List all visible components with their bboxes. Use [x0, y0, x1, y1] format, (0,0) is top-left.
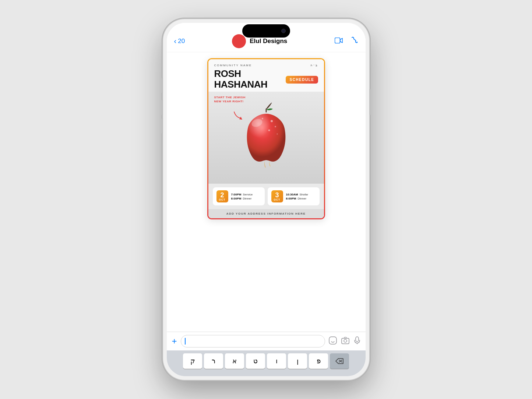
phone-screen: ‹ 20 Elul Designs [167, 23, 366, 376]
microphone-button[interactable] [354, 336, 360, 346]
svg-rect-12 [356, 337, 359, 342]
back-chevron-icon: ‹ [174, 37, 177, 45]
apple-image [233, 97, 299, 178]
key-n[interactable]: ן [288, 353, 307, 369]
messages-area: COMMUNITY NAME ב״ה ROSH HASHANAH SCHEDUL… [167, 52, 366, 332]
keyboard: ק ר א ט ו ן פ [167, 350, 366, 376]
key-q[interactable]: ק [183, 353, 202, 369]
key-p[interactable]: פ [309, 353, 328, 369]
key-a[interactable]: א [225, 353, 244, 369]
community-name-label: COMMUNITY NAME [214, 64, 252, 67]
flyer-top: COMMUNITY NAME ב״ה ROSH HASHANAH SCHEDUL… [208, 59, 324, 92]
text-cursor [185, 338, 186, 345]
svg-rect-11 [344, 337, 346, 338]
day2-event1-name: Shofar [299, 193, 308, 196]
day2-events: 10:30AM Shofar 8:00PM Dinner [286, 193, 308, 200]
svg-point-6 [262, 118, 263, 119]
day2-event-2: 8:00PM Dinner [286, 197, 308, 200]
day1-event2-name: Dinner [243, 197, 252, 200]
day2-number: 3 [274, 192, 281, 198]
svg-point-3 [271, 120, 273, 122]
header-actions [335, 36, 358, 46]
flyer-address: ADD YOUR ADDRESS INFORMATION HERE [208, 209, 324, 218]
flyer-inner: COMMUNITY NAME ב״ה ROSH HASHANAH SCHEDUL… [208, 59, 324, 218]
contact-name: Elul Designs [250, 38, 287, 45]
day2-month: OCT [274, 198, 281, 201]
phone-shell: ‹ 20 Elul Designs [163, 19, 369, 380]
svg-point-10 [344, 339, 347, 342]
day1-event-1: 7:00PM Service [231, 193, 253, 196]
day1-event-2: 8:00PM Dinner [231, 197, 253, 200]
svg-rect-8 [329, 337, 337, 344]
flyer-schedule: 2 OCT 7:00PM Service 8:00PM Din [208, 184, 324, 209]
day1-badge: 2 OCT [216, 190, 228, 202]
video-call-icon[interactable] [335, 37, 343, 45]
svg-point-5 [268, 130, 270, 131]
flyer-title-row: ROSH HASHANAH SCHEDULE [214, 68, 318, 89]
rosh-hashanah-title: ROSH HASHANAH [214, 68, 286, 89]
svg-point-7 [276, 134, 278, 135]
flyer-card: COMMUNITY NAME ב״ה ROSH HASHANAH SCHEDUL… [207, 58, 325, 219]
flyer-community-row: COMMUNITY NAME ב״ה [214, 64, 318, 67]
schedule-badge: SCHEDULE [286, 76, 318, 84]
day2-event1-time: 10:30AM [286, 193, 298, 196]
flyer-title: ROSH HASHANAH [214, 68, 286, 89]
hebrew-text: ב״ה [310, 64, 318, 67]
delete-key[interactable] [330, 353, 349, 369]
key-v[interactable]: ו [267, 353, 286, 369]
svg-point-4 [275, 126, 276, 127]
schedule-day-1: 2 OCT 7:00PM Service 8:00PM Din [213, 187, 265, 205]
day1-month: OCT [219, 198, 226, 201]
day2-event-1: 10:30AM Shofar [286, 193, 308, 196]
add-attachment-button[interactable]: + [172, 336, 177, 346]
sticker-button[interactable] [329, 336, 337, 346]
back-button[interactable]: ‹ 20 [174, 37, 185, 45]
phone-call-icon[interactable] [351, 36, 358, 46]
key-t[interactable]: ט [246, 353, 265, 369]
day2-badge: 3 OCT [271, 190, 283, 202]
back-count: 20 [178, 38, 185, 45]
camera-dot [281, 29, 286, 33]
input-bar: + [167, 332, 366, 350]
day1-event1-name: Service [243, 193, 253, 196]
flyer-image-section: START THE JEWISH NEW YEAR RIGHT! [208, 92, 324, 184]
input-action-icons [329, 336, 360, 346]
day2-event2-time: 8:00PM [286, 197, 296, 200]
schedule-day-2: 3 OCT 10:30AM Shofar 8:00PM Din [268, 187, 320, 205]
day2-event2-name: Dinner [298, 197, 307, 200]
svg-rect-0 [335, 38, 340, 43]
dynamic-island [242, 24, 290, 38]
camera-button[interactable] [341, 337, 349, 346]
day1-events: 7:00PM Service 8:00PM Dinner [231, 193, 253, 200]
day1-event2-time: 8:00PM [231, 197, 242, 200]
day1-event1-time: 7:00PM [231, 193, 242, 196]
day1-number: 2 [219, 192, 226, 198]
message-input-field[interactable] [181, 335, 325, 347]
key-r[interactable]: ר [204, 353, 223, 369]
contact-avatar [232, 34, 246, 48]
keyboard-row-1: ק ר א ט ו ן פ [168, 353, 364, 369]
